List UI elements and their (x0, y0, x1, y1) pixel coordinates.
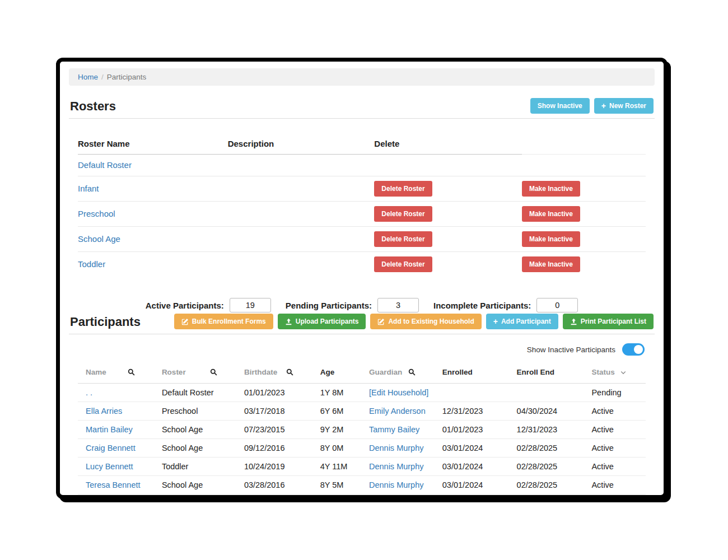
roster-name-cell: Toddler (78, 252, 228, 277)
roster-inactive-cell: Make Inactive (522, 202, 646, 227)
participant-name-cell: Rose Bryant (78, 494, 154, 500)
add-participant-button[interactable]: + Add Participant (486, 314, 558, 329)
participant-age-cell: 1Y 8M (312, 384, 361, 402)
roster-row: School AgeDelete RosterMake Inactive (78, 227, 646, 252)
participant-enroll-end-cell: 04/30/2024 (509, 494, 584, 500)
make-inactive-button[interactable]: Make Inactive (522, 206, 580, 222)
participant-roster-cell: Toddler (154, 494, 236, 500)
participant-age-cell: 4Y 8M (312, 494, 361, 500)
roster-name-link[interactable]: School Age (78, 234, 120, 244)
roster-description-cell (228, 252, 375, 277)
participant-name-link[interactable]: Ella Arries (86, 407, 122, 416)
show-inactive-participants-toggle[interactable] (622, 343, 645, 356)
make-inactive-button[interactable]: Make Inactive (522, 256, 580, 272)
delete-roster-button[interactable]: Delete Roster (374, 231, 432, 247)
roster-row: ToddlerDelete RosterMake Inactive (78, 252, 646, 277)
participant-birthdate-cell: 01/01/2023 (236, 384, 312, 402)
participant-birthdate-cell: 09/12/2016 (236, 439, 312, 458)
delete-roster-button[interactable]: Delete Roster (374, 181, 432, 197)
guardian-link[interactable]: Dennis Murphy (369, 462, 424, 471)
chevron-down-icon[interactable] (620, 369, 627, 376)
search-icon[interactable] (408, 368, 416, 376)
participant-name-link[interactable]: Lucy Bennett (86, 462, 133, 471)
roster-name-link[interactable]: Preschool (78, 209, 115, 218)
guardian-link[interactable]: Dennis Murphy (369, 444, 424, 452)
participant-roster-cell: Toddler (154, 458, 236, 476)
col-roster[interactable]: Roster (154, 362, 236, 384)
roster-name-cell: Infant (78, 176, 228, 202)
participant-status-cell: Pending (584, 384, 646, 402)
search-icon[interactable] (286, 368, 293, 376)
show-inactive-participants-label: Show Inactive Participants (527, 346, 615, 354)
guardian-link[interactable]: Dennis Murphy (369, 480, 424, 489)
incomplete-participants-stat: Incomplete Participants: 0 (433, 298, 578, 312)
participants-title: Participants (70, 315, 141, 329)
participant-row: Teresa BennettSchool Age03/28/20168Y 5MD… (78, 476, 646, 494)
add-to-existing-household-button[interactable]: Add to Existing Household (370, 314, 481, 329)
participant-guardian-cell: Dennis Murphy (361, 439, 435, 458)
bulk-enrollment-forms-button[interactable]: Bulk Enrollment Forms (174, 314, 273, 329)
roster-inactive-cell: Make Inactive (522, 176, 646, 202)
participant-roster-cell: School Age (154, 421, 236, 439)
participant-enrolled-cell (435, 384, 509, 402)
participant-birthdate-cell: 07/23/2015 (236, 421, 312, 439)
col-status[interactable]: Status (584, 362, 646, 384)
participant-status-cell: Active (584, 458, 646, 476)
edit-household-link[interactable]: [Edit Household] (369, 388, 428, 397)
rosters-col-actions (522, 134, 646, 155)
roster-delete-cell: Delete Roster (374, 252, 522, 277)
roster-row: InfantDelete RosterMake Inactive (78, 176, 646, 202)
participant-enroll-end-cell: 02/28/2025 (509, 458, 584, 476)
participant-birthdate-cell: 01/01/2020 (236, 494, 312, 500)
print-participant-list-button[interactable]: Print Participant List (563, 314, 654, 329)
breadcrumb-home-link[interactable]: Home (78, 73, 98, 81)
col-enroll-end: Enroll End (509, 362, 584, 384)
upload-icon (570, 318, 577, 325)
roster-inactive-cell: Make Inactive (522, 227, 646, 252)
participant-enrolled-cell: 12/31/2023 (435, 402, 509, 421)
participant-stats: Active Participants: 19 Pending Particip… (69, 298, 655, 312)
delete-roster-button[interactable]: Delete Roster (374, 206, 432, 222)
participant-name-cell: Teresa Bennett (78, 476, 154, 494)
participant-age-cell: 9Y 2M (312, 421, 361, 439)
participant-name-link[interactable]: . . (86, 388, 92, 397)
edit-icon (377, 318, 385, 325)
roster-name-link[interactable]: Toddler (78, 259, 105, 269)
roster-name-link[interactable]: Default Roster (78, 160, 132, 170)
participant-name-cell: Craig Bennett (78, 439, 154, 458)
participant-row: Rose BryantToddler01/01/20204Y 8MMary Sm… (78, 494, 646, 500)
participant-enroll-end-cell: 02/28/2025 (509, 439, 584, 458)
show-inactive-rosters-button[interactable]: Show Inactive (530, 98, 590, 114)
participant-name-link[interactable]: Martin Bailey (86, 425, 133, 434)
make-inactive-button[interactable]: Make Inactive (522, 181, 580, 197)
roster-name-link[interactable]: Infant (78, 184, 99, 193)
col-guardian[interactable]: Guardian (361, 362, 435, 384)
search-icon[interactable] (128, 368, 135, 376)
active-participants-count[interactable]: 19 (230, 298, 271, 312)
participant-name-link[interactable]: Teresa Bennett (86, 480, 141, 489)
roster-description-cell (228, 227, 375, 252)
participant-name-link[interactable]: Craig Bennett (86, 444, 136, 452)
incomplete-participants-count[interactable]: 0 (536, 298, 578, 312)
delete-roster-button[interactable]: Delete Roster (374, 256, 432, 272)
participant-status-cell: Active (584, 494, 646, 500)
new-roster-button[interactable]: +New Roster (594, 98, 654, 114)
col-name[interactable]: Name (78, 362, 154, 384)
pending-participants-stat: Pending Participants: 3 (286, 298, 419, 312)
search-icon[interactable] (210, 368, 217, 376)
col-enrolled: Enrolled (435, 362, 509, 384)
upload-participants-button[interactable]: Upload Participants (278, 314, 366, 329)
guardian-link[interactable]: Tammy Bailey (369, 425, 419, 434)
guardian-link[interactable]: Emily Anderson (369, 407, 426, 416)
col-birthdate[interactable]: Birthdate (236, 362, 312, 384)
active-participants-label: Active Participants: (146, 301, 224, 310)
rosters-table-body: Default RosterInfantDelete RosterMake In… (78, 155, 646, 277)
breadcrumb-current: Participants (107, 73, 147, 81)
pending-participants-count[interactable]: 3 (377, 298, 419, 312)
make-inactive-button[interactable]: Make Inactive (522, 231, 580, 247)
roster-inactive-cell (522, 155, 646, 176)
rosters-col-name: Roster Name (78, 134, 228, 155)
roster-name-cell: Default Roster (78, 155, 228, 176)
incomplete-participants-label: Incomplete Participants: (433, 301, 531, 310)
participant-row: . .Default Roster01/01/20231Y 8M[Edit Ho… (78, 384, 646, 402)
